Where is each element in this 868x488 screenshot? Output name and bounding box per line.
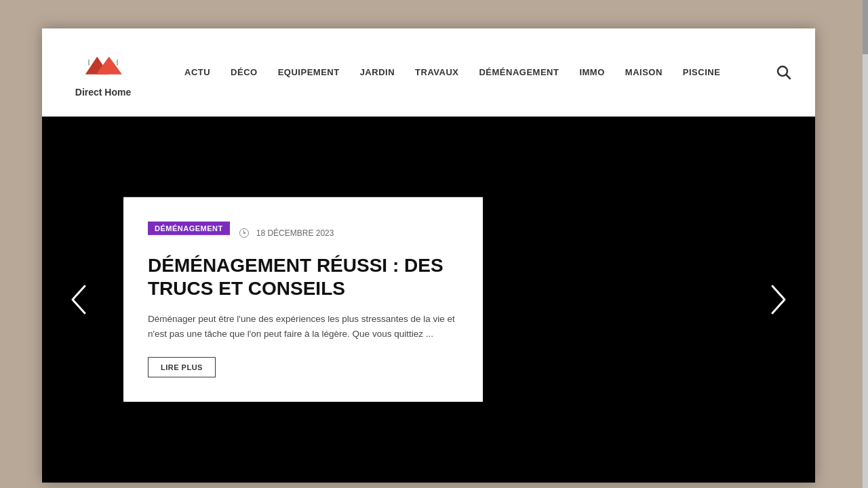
nav-link-deco[interactable]: DÉCO (231, 67, 258, 77)
read-more-button[interactable]: LIRE PLUS (148, 357, 216, 378)
svg-line-5 (787, 75, 791, 79)
slide-title: DÉMÉNAGEMENT RÉUSSI : DES TRUCS ET CONSE… (148, 254, 458, 300)
main-wrapper: Direct Home ACTU DÉCO EQUIPEMENT JARDIN … (42, 28, 815, 483)
search-icon (776, 65, 791, 80)
hero-slider: DÉMÉNAGEMENT 18 DÉCEMBRE 2023 DÉMÉNAGEME… (42, 117, 815, 483)
nav-link-immo[interactable]: IMMO (579, 67, 604, 77)
nav-links: ACTU DÉCO EQUIPEMENT JARDIN TRAVAUX DÉMÉ… (184, 67, 773, 77)
prev-arrow-button[interactable] (62, 283, 95, 316)
scrollbar[interactable] (863, 0, 868, 488)
slide-date-row: DÉMÉNAGEMENT 18 DÉCEMBRE 2023 (148, 222, 458, 245)
scrollbar-thumb[interactable] (863, 0, 868, 54)
chevron-left-icon (68, 283, 89, 317)
slide-category-badge[interactable]: DÉMÉNAGEMENT (148, 222, 230, 235)
slide-date: 18 DÉCEMBRE 2023 (256, 228, 334, 238)
next-arrow-button[interactable] (762, 283, 795, 316)
slide-card: DÉMÉNAGEMENT 18 DÉCEMBRE 2023 DÉMÉNAGEME… (123, 197, 483, 402)
nav-link-travaux[interactable]: TRAVAUX (415, 67, 458, 77)
nav-link-demenagement[interactable]: DÉMÉNAGEMENT (479, 67, 559, 77)
nav-link-maison[interactable]: MAISON (625, 67, 663, 77)
nav-link-jardin[interactable]: JARDIN (360, 67, 395, 77)
nav-link-equipement[interactable]: EQUIPEMENT (278, 67, 340, 77)
slide-meta: 18 DÉCEMBRE 2023 (239, 228, 334, 238)
search-button[interactable] (773, 62, 795, 83)
navbar: Direct Home ACTU DÉCO EQUIPEMENT JARDIN … (42, 28, 815, 117)
clock-icon (239, 228, 249, 238)
chevron-right-icon (768, 283, 789, 317)
page-background: Direct Home ACTU DÉCO EQUIPEMENT JARDIN … (0, 0, 868, 488)
logo-text: Direct Home (75, 87, 131, 98)
nav-link-actu[interactable]: ACTU (184, 67, 210, 77)
logo-area: Direct Home (62, 47, 144, 98)
nav-link-piscine[interactable]: PISCINE (683, 67, 721, 77)
slide-excerpt: Déménager peut être l'une des expérience… (148, 312, 458, 341)
house-icon (79, 47, 127, 84)
